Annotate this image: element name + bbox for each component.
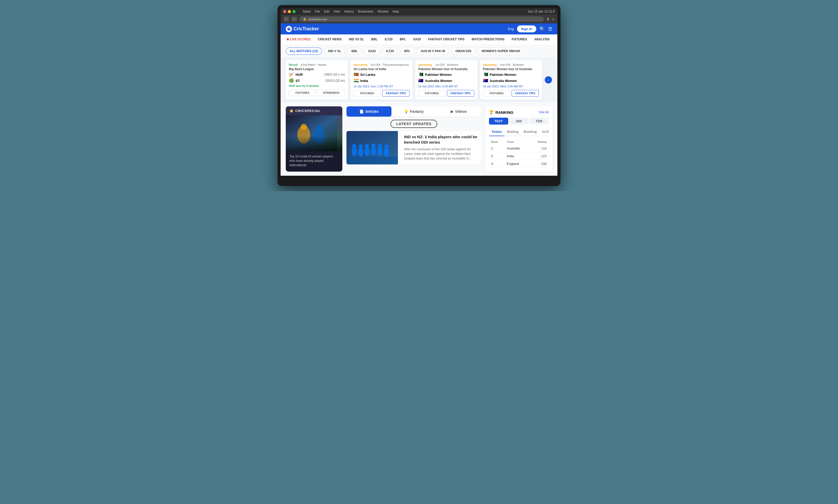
nav-fixtures[interactable]: FIXTURES (511, 34, 528, 45)
rank-sub-batting[interactable]: Batting (504, 128, 521, 136)
ausw1-name: Australia Women (425, 79, 452, 83)
rank-tab-odi[interactable]: ODI (509, 118, 529, 125)
menu-history[interactable]: History (344, 10, 354, 13)
nav-bbl[interactable]: BBL (370, 34, 379, 45)
nav-fantasy-cricket-tips[interactable]: FANTASY CRICKET TIPS (427, 34, 465, 45)
maximize-button[interactable] (292, 10, 295, 13)
match-label-sl-ind: · 3rd ODI · Thiruvananthapuram (369, 63, 409, 66)
search-icon[interactable]: 🔍 (540, 26, 545, 32)
match-status-pakw2: Upcoming (483, 63, 497, 66)
match-card-pakw-ausw-1: Upcoming · 1st ODI · Brisbane Pakistan W… (415, 60, 477, 100)
rank-tab-t20i[interactable]: T20I (529, 118, 549, 125)
mac-titlebar: Safari File Edit View History Bookmarks … (280, 8, 558, 15)
svg-point-0 (287, 28, 290, 31)
next-match-arrow[interactable]: › (545, 60, 552, 100)
add-tab-icon[interactable]: + (552, 17, 554, 21)
filter-bbl[interactable]: BBL (347, 48, 362, 55)
visit-all-link[interactable]: Visit All (539, 110, 549, 114)
ausw2-name: Australia Women (490, 79, 517, 83)
nav-ind-vs-sl[interactable]: IND VS SL (348, 34, 365, 45)
team-hur: 🏏 HUR (289, 72, 303, 77)
filter-womens-super-smash[interactable]: WOMEN'S SUPER SMASH (478, 48, 524, 55)
svg-point-7 (352, 147, 357, 156)
team-pakw2: 🇵🇰 Pakistan Women (483, 72, 516, 77)
live-label: LIVE SCORES (290, 37, 311, 41)
cricspecial-overlay (286, 136, 342, 151)
lock-icon: 🔒 (303, 17, 307, 21)
svg-point-9 (358, 147, 363, 157)
tab-fantasy[interactable]: 💡 Fantasy (392, 106, 437, 116)
article-card[interactable]: IND vs NZ: 3 India players who could be … (346, 131, 481, 164)
articles-label: Articles (365, 109, 378, 113)
minimize-button[interactable] (288, 10, 291, 13)
pakw1-time: 16 Jan 2023, Mon, 5:35 AM IST (418, 85, 474, 88)
bbl-standings-btn[interactable]: STANDINGS (318, 89, 345, 96)
url-bar[interactable]: 🔒 crictracker.com (300, 16, 544, 22)
menu-view[interactable]: View (334, 10, 340, 13)
site-logo[interactable]: CricTracker (286, 26, 319, 32)
ranking-title-text: RANKING (495, 110, 513, 114)
hur-flag: 🏏 (289, 72, 294, 77)
nav-sa20[interactable]: SA20 (412, 34, 422, 45)
filter-sa20[interactable]: SA20 (364, 48, 380, 55)
rank-tab-test[interactable]: TEST (489, 118, 508, 125)
nav-match-predictions[interactable]: MATCH PREDICTIONS (471, 34, 506, 45)
pakw1-fantasy-btn[interactable]: FANTASY TIPS (447, 90, 474, 96)
ranking-row-3: 3. England 106 (490, 160, 548, 167)
bbl-fixtures-btn[interactable]: FIXTURES (289, 89, 316, 96)
menu-file[interactable]: File (315, 10, 320, 13)
language-selector[interactable]: Eng (508, 27, 514, 31)
pakw1-flag: 🇵🇰 (418, 72, 423, 77)
sl-ind-fantasy-btn[interactable]: FANTASY TIPS (382, 90, 410, 96)
pakw2-fixtures-btn[interactable]: FIXTURES (483, 90, 510, 96)
filter-ind-v-sl[interactable]: IND V SL (324, 48, 345, 55)
hur-name: HUR (295, 73, 303, 76)
menu-edit[interactable]: Edit (324, 10, 329, 13)
nav-bpl[interactable]: BPL (399, 34, 407, 45)
filter-oman-d20[interactable]: OMAN D20 (452, 48, 475, 55)
svg-point-10 (359, 144, 363, 148)
laptop-frame: Safari File Edit View History Bookmarks … (277, 5, 561, 186)
nav-analysis[interactable]: ANALYSIS (533, 34, 551, 45)
close-button[interactable] (283, 10, 286, 13)
filter-bpl[interactable]: BPL (400, 48, 414, 55)
filter-all-matches[interactable]: ALL MATCHES (13) (286, 48, 322, 55)
nav-cricket-news[interactable]: CRICKET NEWS (317, 34, 343, 45)
nav-ilt20[interactable]: ILT20 (384, 34, 394, 45)
tab-videos[interactable]: ▶ Videos (436, 106, 481, 116)
menu-safari[interactable]: Safari (303, 10, 311, 13)
url-text: crictracker.com (308, 18, 327, 21)
filter-aus-w-pak-w[interactable]: AUS-W V PAK-W (417, 48, 449, 55)
team-row-sl: 🇱🇰 Sri Lanka (354, 72, 410, 77)
forward-button[interactable]: › (291, 17, 296, 22)
rank-sub-teams[interactable]: Teams (489, 128, 504, 136)
pakw2-flag: 🇵🇰 (483, 72, 488, 77)
mac-menu: Safari File Edit View History Bookmarks … (303, 10, 399, 13)
pakw2-fantasy-btn[interactable]: FANTASY TIPS (512, 90, 539, 96)
rank-sub-bowling[interactable]: Bowling (521, 128, 540, 136)
menu-help[interactable]: Help (393, 10, 399, 13)
sign-in-button[interactable]: Sign In (517, 25, 536, 32)
cricspecial-article-title[interactable]: Top 10 Under19 women players who have al… (286, 151, 342, 170)
nav-bar: LIVE SCORES CRICKET NEWS IND VS SL BBL I… (280, 34, 558, 45)
pakw1-name: Pakistan Women (425, 73, 452, 76)
fantasy-icon: 💡 (404, 109, 408, 113)
sl-ind-fixtures-btn[interactable]: FIXTURES (354, 90, 381, 96)
tab-articles[interactable]: 📄 Articles (346, 106, 392, 116)
ranking-icon: 🏆 (489, 110, 494, 114)
nav-live-scores[interactable]: LIVE SCORES (286, 34, 312, 45)
menu-icon[interactable]: ☰ (548, 26, 552, 32)
filter-ilt20[interactable]: ILT20 (382, 48, 398, 55)
back-button[interactable]: ‹ (284, 17, 289, 22)
videos-label: Videos (455, 109, 467, 113)
menu-bookmarks[interactable]: Bookmarks (358, 10, 374, 13)
ranking-table: Rank Team Rating 1. Australia 116 2. (489, 139, 549, 168)
menu-window[interactable]: Window (378, 10, 389, 13)
live-dot (287, 38, 289, 40)
ausw1-flag: 🇦🇺 (418, 78, 423, 83)
pakw1-fixtures-btn[interactable]: FIXTURES (418, 90, 445, 96)
team-row-ausw1: 🇦🇺 Australia Women (418, 78, 474, 83)
share-icon[interactable]: ⬆ (547, 17, 550, 21)
match-label-pakw2: · 2nd ODI · Brisbane (498, 63, 524, 66)
rank-sub-alr[interactable]: ALR (540, 128, 551, 136)
